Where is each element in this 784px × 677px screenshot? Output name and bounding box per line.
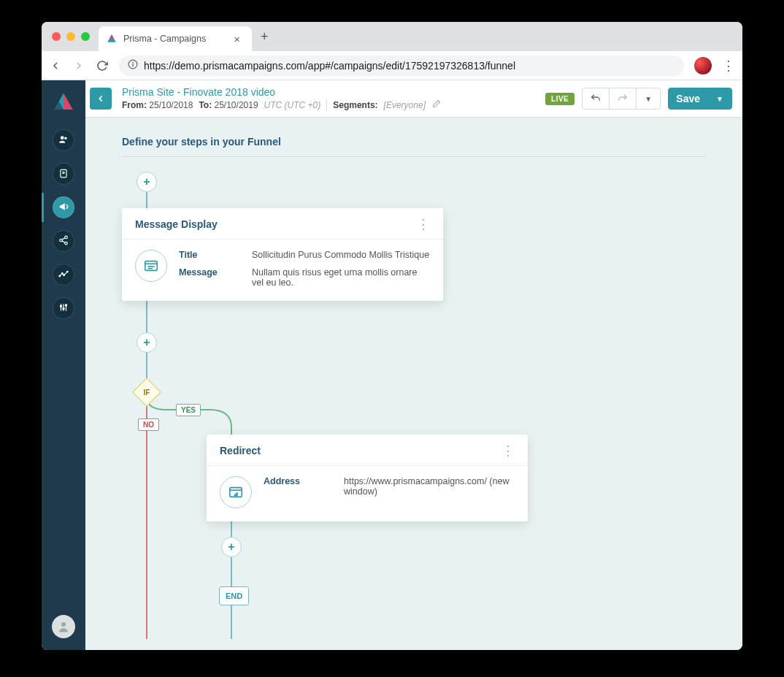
sidebar-item-share[interactable] bbox=[49, 226, 78, 256]
svg-line-16 bbox=[62, 240, 65, 242]
megaphone-icon bbox=[58, 202, 69, 214]
svg-point-24 bbox=[60, 305, 61, 307]
browser-tab[interactable]: Prisma - Campaigns × bbox=[99, 26, 252, 51]
redirect-card[interactable]: Redirect ⋮ Address https://www.prismacam… bbox=[207, 435, 528, 521]
edit-segments-icon[interactable] bbox=[431, 99, 441, 111]
campaign-meta: From: 25/10/2018 To: 25/10/2019 UTC (UTC… bbox=[122, 99, 441, 111]
segments-label: Segments: bbox=[333, 100, 377, 110]
funnel-canvas: Define your steps in your Funnel + bbox=[85, 115, 742, 650]
redirect-icon bbox=[220, 476, 252, 508]
funnel-flow: + Message Display ⋮ T bbox=[122, 172, 706, 639]
add-step-button-branch[interactable]: + bbox=[221, 537, 242, 557]
svg-point-19 bbox=[64, 274, 65, 275]
redirect-address-label: Address bbox=[264, 476, 329, 508]
prisma-favicon-icon bbox=[106, 33, 118, 45]
window-traffic-lights bbox=[52, 32, 90, 41]
section-title: Define your steps in your Funnel bbox=[122, 136, 706, 148]
campaign-title: Prisma Site - Finovate 2018 video bbox=[122, 86, 441, 98]
redo-button bbox=[609, 88, 637, 110]
message-title-label: Title bbox=[179, 250, 237, 260]
back-button[interactable] bbox=[90, 88, 112, 110]
redirect-card-title: Redirect bbox=[220, 445, 261, 456]
svg-point-26 bbox=[65, 304, 66, 305]
to-value: 25/10/2019 bbox=[215, 100, 258, 110]
window-minimize-icon[interactable] bbox=[66, 32, 75, 41]
svg-point-20 bbox=[66, 271, 68, 272]
people-icon bbox=[58, 134, 69, 147]
message-card-title: Message Display bbox=[135, 218, 218, 230]
svg-point-8 bbox=[61, 136, 64, 139]
svg-point-27 bbox=[61, 622, 66, 627]
canvas-scroll[interactable]: Define your steps in your Funnel + bbox=[85, 115, 742, 650]
main-panel: Prisma Site - Finovate 2018 video From: … bbox=[85, 80, 742, 650]
window-close-icon[interactable] bbox=[52, 32, 61, 41]
svg-marker-6 bbox=[64, 93, 73, 110]
svg-point-12 bbox=[65, 236, 68, 239]
chrome-tab-strip: Prisma - Campaigns × + bbox=[42, 22, 742, 51]
svg-marker-1 bbox=[109, 34, 114, 38]
svg-point-18 bbox=[61, 272, 63, 274]
svg-point-14 bbox=[65, 242, 68, 245]
url-input[interactable] bbox=[144, 60, 675, 72]
from-value: 25/10/2018 bbox=[149, 100, 193, 110]
add-step-button-mid[interactable]: + bbox=[137, 332, 157, 353]
if-condition-node[interactable]: IF bbox=[132, 378, 161, 407]
prisma-logo-icon[interactable] bbox=[49, 88, 78, 117]
add-step-button-top[interactable]: + bbox=[137, 172, 157, 192]
undo-button[interactable] bbox=[582, 88, 610, 110]
svg-line-15 bbox=[62, 237, 65, 239]
message-display-icon bbox=[135, 250, 167, 282]
browser-window: Prisma - Campaigns × + ⋮ bbox=[42, 22, 742, 650]
nav-forward-button bbox=[72, 60, 85, 72]
app-sidebar bbox=[42, 80, 85, 650]
end-node: END bbox=[219, 586, 249, 605]
redirect-card-menu-icon[interactable]: ⋮ bbox=[501, 448, 515, 454]
nav-reload-button[interactable] bbox=[96, 60, 109, 72]
save-button[interactable]: Save bbox=[668, 88, 708, 110]
share-icon bbox=[58, 235, 69, 248]
meta-divider bbox=[326, 99, 327, 111]
message-card-menu-icon[interactable]: ⋮ bbox=[417, 221, 430, 228]
branch-yes-label: YES bbox=[176, 404, 201, 416]
svg-rect-31 bbox=[145, 261, 158, 271]
nav-back-button[interactable] bbox=[49, 60, 62, 72]
sidebar-item-assets[interactable] bbox=[49, 159, 78, 188]
timezone-value: UTC (UTC +0) bbox=[264, 100, 321, 110]
window-maximize-icon[interactable] bbox=[81, 32, 90, 41]
svg-point-25 bbox=[63, 307, 64, 309]
site-info-icon[interactable] bbox=[128, 59, 138, 72]
segments-value: [Everyone] bbox=[384, 100, 426, 110]
from-label: From: bbox=[122, 100, 147, 110]
save-dropdown-button[interactable]: ▼ bbox=[707, 88, 732, 110]
save-group: Save ▼ bbox=[668, 88, 732, 110]
chrome-toolbar: ⋮ bbox=[42, 51, 742, 80]
live-status-badge: LIVE bbox=[545, 93, 574, 105]
svg-point-17 bbox=[59, 275, 61, 277]
svg-point-9 bbox=[64, 137, 67, 139]
undo-redo-group: ▼ bbox=[582, 88, 661, 110]
tab-close-icon[interactable]: × bbox=[231, 32, 243, 46]
redirect-address-value: https://www.prismacampaigns.com/ (new wi… bbox=[344, 476, 515, 508]
section-divider bbox=[122, 156, 706, 157]
campaign-header: Prisma Site - Finovate 2018 video From: … bbox=[85, 80, 742, 118]
chrome-menu-icon[interactable]: ⋮ bbox=[722, 58, 735, 74]
to-label: To: bbox=[199, 100, 212, 110]
branch-no-label: NO bbox=[138, 418, 159, 431]
profile-avatar[interactable] bbox=[694, 57, 712, 74]
message-body-value: Nullam quis risus eget urna mollis ornar… bbox=[252, 267, 430, 288]
message-body-label: Message bbox=[179, 267, 237, 288]
message-display-card[interactable]: Message Display ⋮ Title Sollicitudin Pur… bbox=[122, 208, 443, 301]
sliders-icon bbox=[58, 302, 69, 315]
message-title-value: Sollicitudin Purus Commodo Mollis Tristi… bbox=[252, 250, 430, 260]
sidebar-item-audience[interactable] bbox=[49, 126, 78, 155]
new-tab-button[interactable]: + bbox=[252, 29, 277, 45]
badge-icon bbox=[58, 168, 69, 180]
sidebar-item-campaigns[interactable] bbox=[49, 193, 78, 222]
analytics-icon bbox=[58, 269, 69, 281]
user-avatar[interactable] bbox=[52, 615, 75, 638]
sidebar-item-analytics[interactable] bbox=[49, 260, 78, 289]
address-bar[interactable] bbox=[119, 56, 684, 76]
app-root: Prisma Site - Finovate 2018 video From: … bbox=[42, 80, 742, 650]
history-dropdown-button[interactable]: ▼ bbox=[636, 88, 661, 110]
sidebar-item-settings[interactable] bbox=[49, 294, 78, 323]
